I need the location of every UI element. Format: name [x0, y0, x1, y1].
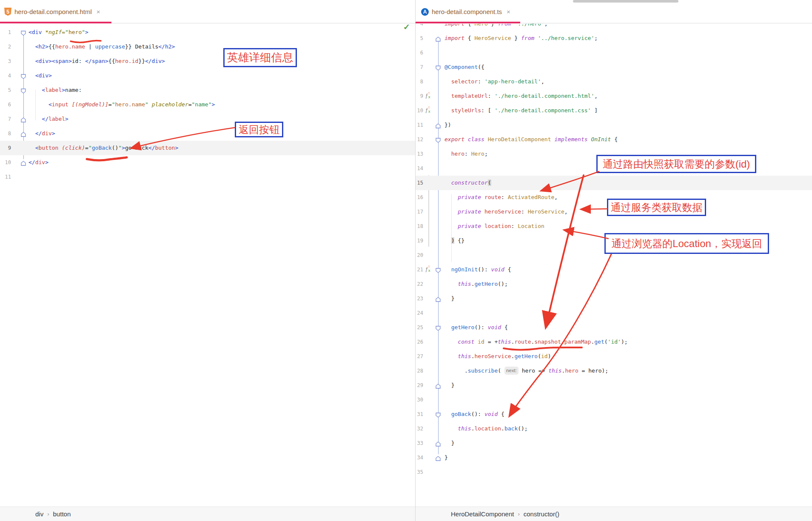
fold-start-icon[interactable] [436, 412, 441, 417]
line-number[interactable]: 4 [416, 24, 423, 31]
fold-end-icon[interactable] [436, 455, 441, 460]
line-number[interactable]: 23 [416, 291, 423, 306]
line-number[interactable]: 16 [416, 190, 423, 205]
code-line[interactable]: </div> [28, 155, 48, 170]
code-line[interactable]: selector: 'app-hero-detail', [444, 74, 544, 89]
code-line[interactable]: getHero(): void { [444, 320, 508, 335]
line-number[interactable]: 7 [416, 60, 423, 74]
code-line[interactable]: <h2>{{hero.name | uppercase}} Details</h… [28, 40, 175, 54]
fold-end-icon[interactable] [21, 160, 26, 165]
code-line[interactable]: <div *ngIf="hero"> [28, 25, 88, 40]
fold-start-icon[interactable] [21, 30, 26, 35]
fold-start-icon[interactable] [436, 267, 441, 272]
fold-end-icon[interactable] [436, 36, 441, 41]
code-line[interactable]: this.location.back(); [444, 421, 528, 436]
code-line[interactable]: const id = +this.route.snapshot.paramMap… [444, 335, 628, 349]
line-number[interactable]: 5 [0, 83, 11, 97]
line-number[interactable]: 7 [0, 112, 11, 126]
line-number[interactable]: 11 [416, 118, 423, 132]
code-line[interactable]: this.getHero(); [444, 277, 508, 291]
editor-left[interactable]: 1<div *ngIf="hero">2 <h2>{{hero.name | u… [0, 24, 415, 507]
line-number[interactable]: 30 [416, 393, 423, 407]
code-line[interactable]: constructor( [444, 176, 491, 190]
code-line[interactable]: } [444, 450, 448, 465]
code-line[interactable]: private heroService: HeroService, [444, 205, 568, 219]
tab-hero-detail-ts[interactable]: A hero-detail.component.ts × [417, 0, 515, 23]
code-line[interactable]: }) [444, 118, 451, 132]
line-number[interactable]: 35 [416, 465, 423, 479]
code-line[interactable]: </label> [28, 112, 68, 126]
line-number[interactable]: 11 [0, 170, 11, 184]
line-number[interactable]: 24 [416, 306, 423, 320]
line-number[interactable]: 6 [0, 97, 11, 112]
code-line[interactable]: styleUrls: [ './hero-detail.component.cs… [444, 103, 598, 118]
line-number[interactable]: 6 [416, 46, 423, 60]
code-line[interactable]: import { HeroService } from '../hero.ser… [444, 31, 598, 46]
code-line[interactable]: hero: Hero; [444, 147, 488, 161]
line-number[interactable]: 33 [416, 436, 423, 450]
fold-end-icon[interactable] [436, 441, 441, 446]
code-line[interactable]: } [444, 291, 454, 306]
code-line[interactable]: } [444, 436, 454, 450]
line-number[interactable]: 18 [416, 219, 423, 233]
code-line[interactable]: this.heroService.getHero(id) [444, 349, 551, 364]
breadcrumb-item[interactable]: button [53, 510, 71, 518]
code-line[interactable]: ngOnInit(): void { [444, 262, 511, 277]
line-number[interactable]: 29 [416, 378, 423, 393]
fold-end-icon[interactable] [436, 383, 441, 388]
fold-start-icon[interactable] [21, 73, 26, 78]
line-number[interactable]: 10 [416, 103, 423, 118]
line-number[interactable]: 8 [416, 74, 423, 89]
line-number[interactable]: 15 [416, 176, 423, 190]
code-line[interactable]: @Component({ [444, 60, 484, 74]
code-line[interactable]: .subscribe( next: hero => this.hero = he… [444, 364, 608, 378]
line-number[interactable]: 9 [0, 141, 11, 155]
line-number[interactable]: 27 [416, 349, 423, 364]
breadcrumb-item[interactable]: HeroDetailComponent [451, 510, 514, 518]
code-line[interactable]: private route: ActivatedRoute, [444, 190, 558, 205]
fold-end-icon[interactable] [436, 122, 441, 128]
code-line[interactable]: <div> [28, 68, 52, 83]
navigate-related-file-icon[interactable]: ƒ↑x [425, 92, 432, 99]
code-line[interactable]: <input [(ngModel)]="hero.name" placehold… [28, 97, 215, 112]
close-icon[interactable]: × [97, 8, 100, 15]
line-number[interactable]: 12 [416, 132, 423, 147]
line-number[interactable]: 4 [0, 68, 11, 83]
line-number[interactable]: 21 [416, 262, 423, 277]
line-number[interactable]: 31 [416, 407, 423, 421]
code-line[interactable]: <button (click)="goBack()">go back</butt… [28, 141, 178, 155]
code-line[interactable]: <label>name: [28, 83, 82, 97]
breadcrumb-item[interactable]: div [35, 510, 43, 518]
inspections-ok-icon[interactable]: ✓ [403, 22, 410, 32]
fold-end-icon[interactable] [436, 296, 441, 301]
breadcrumb-item[interactable]: constructor() [524, 510, 559, 518]
fold-start-icon[interactable] [21, 88, 26, 93]
line-number[interactable]: 17 [416, 205, 423, 219]
line-number[interactable]: 3 [0, 54, 11, 68]
line-number[interactable]: 28 [416, 364, 423, 378]
code-line[interactable]: export class HeroDetailComponent impleme… [444, 132, 618, 147]
fold-start-icon[interactable] [436, 65, 441, 70]
line-number[interactable]: 34 [416, 450, 423, 465]
line-number[interactable]: 20 [416, 248, 423, 262]
line-number[interactable]: 8 [0, 126, 11, 141]
line-number[interactable]: 19 [416, 233, 423, 248]
pane-splitter[interactable] [415, 0, 416, 521]
line-number[interactable]: 22 [416, 277, 423, 291]
line-number[interactable]: 1 [0, 25, 11, 40]
navigate-related-file-icon[interactable]: ƒ↑x [425, 107, 432, 114]
fold-end-icon[interactable] [21, 117, 26, 122]
editor-right[interactable]: 4import { Hero } from '../hero';5import … [416, 24, 812, 507]
close-icon[interactable]: × [507, 8, 510, 15]
code-line[interactable]: ) {} [444, 233, 464, 248]
line-number[interactable]: 13 [416, 147, 423, 161]
line-number[interactable]: 26 [416, 335, 423, 349]
fold-start-icon[interactable] [436, 325, 441, 330]
fold-end-icon[interactable] [21, 131, 26, 136]
code-line[interactable]: <div><span>id: </span>{{hero.id}}</div> [28, 54, 165, 68]
tab-hero-detail-html[interactable]: 5 hero-detail.component.html × [0, 0, 105, 23]
scrollbar-thumb[interactable] [573, 0, 678, 3]
line-number[interactable]: 2 [0, 40, 11, 54]
line-number[interactable]: 9 [416, 89, 423, 103]
line-number[interactable]: 25 [416, 320, 423, 335]
